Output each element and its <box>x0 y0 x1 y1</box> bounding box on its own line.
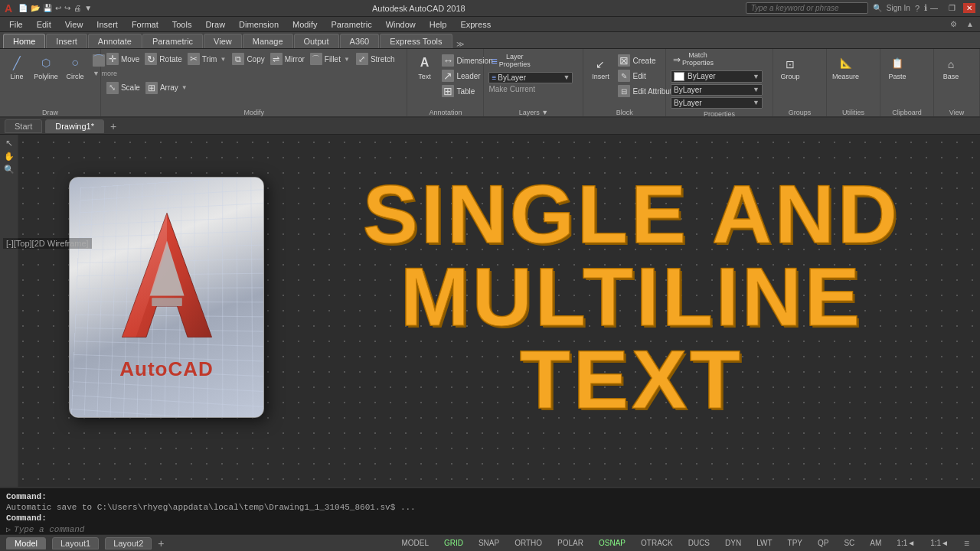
status-model[interactable]: MODEL <box>397 539 433 547</box>
lineweight-dropdown-arrow: ▼ <box>753 99 760 106</box>
status-tpy[interactable]: TPY <box>783 539 807 547</box>
status-lwt[interactable]: LWT <box>752 539 776 547</box>
command-input[interactable] <box>14 525 243 534</box>
plot-icon[interactable]: 🖨 <box>74 4 81 12</box>
new-tab-button[interactable]: + <box>107 120 119 132</box>
polyline-button[interactable]: Polyline <box>32 52 60 83</box>
stretch-button[interactable]: Stretch <box>354 52 397 66</box>
layer-make-current[interactable]: Make Current <box>488 85 535 93</box>
properties-group-label: Properties <box>669 110 769 118</box>
open-icon[interactable]: 📂 <box>31 4 40 12</box>
mirror-button[interactable]: Mirror <box>268 52 307 66</box>
help-icon[interactable]: ? <box>915 4 920 13</box>
tab-annotate[interactable]: Annotate <box>88 34 142 48</box>
menu-dimension[interactable]: Dimension <box>233 18 285 31</box>
search-input[interactable] <box>746 2 868 14</box>
toolbar-select[interactable]: ↖ <box>5 138 13 148</box>
tab-insert[interactable]: Insert <box>46 34 87 48</box>
toolbar-pan[interactable]: ✋ <box>4 152 15 161</box>
tab-express-tools[interactable]: Express Tools <box>380 34 452 48</box>
color-swatch-icon <box>674 72 684 81</box>
fillet-button[interactable]: Fillet▼ <box>308 52 352 66</box>
layout2-tab[interactable]: Layout2 <box>105 537 152 549</box>
toolbar-zoom[interactable]: 🔍 <box>4 165 15 174</box>
layer-dropdown[interactable]: ≡ ByLayer ▼ <box>488 72 573 83</box>
menu-express[interactable]: Express <box>454 18 497 31</box>
rotate-button[interactable]: Rotate <box>142 52 184 66</box>
status-dyn[interactable]: DYN <box>720 539 746 547</box>
undo-icon[interactable]: ↩ <box>55 4 61 12</box>
match-properties-button[interactable]: MatchProperties <box>671 51 716 69</box>
layout1-tab[interactable]: Layout1 <box>52 537 99 549</box>
zoom-scale[interactable]: 1:1◄ <box>892 539 920 547</box>
save-icon[interactable]: 💾 <box>43 4 52 12</box>
search-button[interactable]: 🔍 <box>873 4 882 12</box>
status-ducs[interactable]: DUCS <box>684 539 714 547</box>
copy-button[interactable]: Copy <box>230 52 266 66</box>
menu-parametric[interactable]: Parametric <box>325 18 377 31</box>
measure-button[interactable]: Measure <box>830 52 861 83</box>
customize-icon[interactable]: ≡ <box>959 538 974 549</box>
workspace-icon[interactable]: ⚙ <box>947 18 960 30</box>
redo-icon[interactable]: ↪ <box>64 4 70 12</box>
status-polar[interactable]: POLAR <box>553 539 588 547</box>
line-button[interactable]: Line <box>3 52 31 83</box>
viewport-label: [-][Top][2D Wireframe] <box>3 238 92 249</box>
array-button[interactable]: Array▼ <box>143 81 190 95</box>
text-button[interactable]: Text <box>410 52 438 83</box>
menu-window[interactable]: Window <box>380 18 422 31</box>
annotation-scale[interactable]: 1:1◄ <box>926 539 953 547</box>
status-ortho[interactable]: ORTHO <box>510 539 547 547</box>
status-snap[interactable]: SNAP <box>474 539 504 547</box>
status-am[interactable]: AM <box>865 539 886 547</box>
status-otrack[interactable]: OTRACK <box>636 539 678 547</box>
tab-view[interactable]: View <box>204 34 242 48</box>
menu-insert[interactable]: Insert <box>90 18 124 31</box>
sign-in-button[interactable]: Sign In <box>887 4 910 12</box>
minimize-button[interactable]: — <box>927 3 941 13</box>
menu-tools[interactable]: Tools <box>166 18 198 31</box>
color-dropdown[interactable]: ByLayer ▼ <box>671 70 763 83</box>
base-button[interactable]: Base <box>937 52 965 83</box>
move-button[interactable]: Move <box>104 52 142 66</box>
annotation-group-label: Annotation <box>410 109 480 118</box>
tab-a360[interactable]: A360 <box>340 34 380 48</box>
status-grid[interactable]: GRID <box>439 539 468 547</box>
lineweight-dropdown[interactable]: ByLayer ▼ <box>671 97 763 109</box>
tab-drawing1[interactable]: Drawing1* <box>45 119 104 133</box>
trim-button[interactable]: Trim▼ <box>185 52 229 66</box>
group-button[interactable]: Group <box>776 52 804 83</box>
model-tab[interactable]: Model <box>6 537 46 549</box>
more-tab-icon[interactable]: ≫ <box>456 40 464 48</box>
menu-draw[interactable]: Draw <box>199 18 231 31</box>
menu-edit[interactable]: Edit <box>31 18 57 31</box>
measure-icon <box>837 54 855 72</box>
paste-icon <box>888 54 906 72</box>
ribbon-toggle[interactable]: ▲ <box>963 18 977 30</box>
customize-icon[interactable]: ▼ <box>84 4 92 12</box>
paste-button[interactable]: Paste <box>884 52 911 83</box>
new-icon[interactable]: 📄 <box>18 4 28 12</box>
menu-help[interactable]: Help <box>423 18 453 31</box>
linetype-dropdown[interactable]: ByLayer ▼ <box>671 84 763 96</box>
status-osnap[interactable]: OSNAP <box>594 539 630 547</box>
circle-button[interactable]: Circle <box>61 52 89 83</box>
add-layout-button[interactable]: + <box>158 537 164 549</box>
insert-button[interactable]: Insert <box>586 52 614 83</box>
status-qp[interactable]: QP <box>813 539 833 547</box>
tab-home[interactable]: Home <box>3 34 45 48</box>
restore-button[interactable]: ❐ <box>946 3 959 13</box>
canvas-area[interactable]: ↖ ✋ 🔍 <box>0 135 980 487</box>
menu-file[interactable]: File <box>3 18 29 31</box>
close-button[interactable]: ✕ <box>963 3 975 13</box>
status-sc[interactable]: SC <box>839 539 859 547</box>
layer-properties-button[interactable]: LayerProperties <box>488 52 532 70</box>
tab-output[interactable]: Output <box>294 34 339 48</box>
scale-button[interactable]: Scale <box>104 81 142 95</box>
menu-format[interactable]: Format <box>126 18 165 31</box>
tab-start[interactable]: Start <box>5 119 42 133</box>
tab-parametric[interactable]: Parametric <box>142 34 203 48</box>
menu-view[interactable]: View <box>59 18 90 31</box>
menu-modify[interactable]: Modify <box>286 18 323 31</box>
tab-manage[interactable]: Manage <box>243 34 293 48</box>
